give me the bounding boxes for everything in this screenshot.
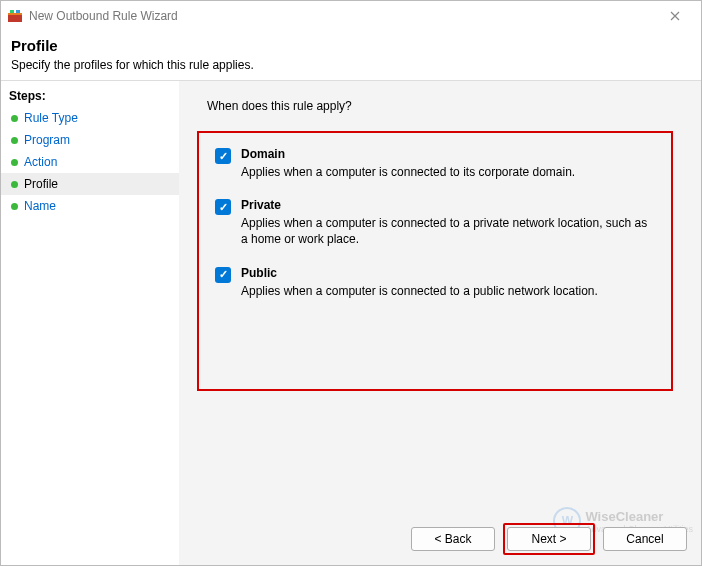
step-rule-type[interactable]: Rule Type: [1, 107, 179, 129]
step-bullet-icon: [11, 115, 18, 122]
step-label: Program: [24, 133, 70, 147]
step-label: Rule Type: [24, 111, 78, 125]
option-desc: Applies when a computer is connected to …: [241, 215, 655, 247]
option-public[interactable]: ✓ Public Applies when a computer is conn…: [215, 266, 655, 299]
check-icon: ✓: [219, 150, 228, 163]
wizard-content: When does this rule apply? ✓ Domain Appl…: [179, 81, 701, 565]
page-subtitle: Specify the profiles for which this rule…: [11, 58, 691, 72]
svg-rect-2: [10, 10, 14, 13]
step-label: Action: [24, 155, 57, 169]
page-title: Profile: [11, 37, 691, 54]
watermark-brand: WiseCleaner: [585, 509, 693, 524]
wizard-footer: < Back Next > Cancel: [411, 523, 687, 555]
option-desc: Applies when a computer is connected to …: [241, 164, 575, 180]
next-button[interactable]: Next >: [507, 527, 591, 551]
step-bullet-icon: [11, 203, 18, 210]
option-desc: Applies when a computer is connected to …: [241, 283, 598, 299]
option-title: Public: [241, 266, 598, 280]
profile-options-highlight: ✓ Domain Applies when a computer is conn…: [197, 131, 673, 391]
close-button[interactable]: [655, 1, 695, 31]
step-bullet-icon: [11, 181, 18, 188]
close-icon: [670, 9, 680, 24]
step-label: Name: [24, 199, 56, 213]
step-label: Profile: [24, 177, 58, 191]
step-profile[interactable]: Profile: [1, 173, 179, 195]
checkbox-domain[interactable]: ✓: [215, 148, 231, 164]
titlebar: New Outbound Rule Wizard: [1, 1, 701, 31]
step-program[interactable]: Program: [1, 129, 179, 151]
checkbox-private[interactable]: ✓: [215, 199, 231, 215]
svg-rect-1: [8, 13, 22, 15]
window-title: New Outbound Rule Wizard: [29, 9, 178, 23]
steps-label: Steps:: [1, 85, 179, 107]
wizard-body: Steps: Rule Type Program Action Profile …: [1, 81, 701, 565]
wizard-header: Profile Specify the profiles for which t…: [1, 31, 701, 81]
content-prompt: When does this rule apply?: [207, 99, 683, 113]
svg-rect-3: [16, 10, 20, 13]
wizard-window: New Outbound Rule Wizard Profile Specify…: [0, 0, 702, 566]
step-bullet-icon: [11, 137, 18, 144]
check-icon: ✓: [219, 201, 228, 214]
option-domain[interactable]: ✓ Domain Applies when a computer is conn…: [215, 147, 655, 180]
option-private[interactable]: ✓ Private Applies when a computer is con…: [215, 198, 655, 247]
option-title: Private: [241, 198, 655, 212]
steps-sidebar: Steps: Rule Type Program Action Profile …: [1, 81, 179, 565]
option-title: Domain: [241, 147, 575, 161]
firewall-icon: [7, 8, 23, 24]
step-action[interactable]: Action: [1, 151, 179, 173]
next-button-highlight: Next >: [503, 523, 595, 555]
check-icon: ✓: [219, 268, 228, 281]
checkbox-public[interactable]: ✓: [215, 267, 231, 283]
back-button[interactable]: < Back: [411, 527, 495, 551]
step-bullet-icon: [11, 159, 18, 166]
step-name[interactable]: Name: [1, 195, 179, 217]
cancel-button[interactable]: Cancel: [603, 527, 687, 551]
